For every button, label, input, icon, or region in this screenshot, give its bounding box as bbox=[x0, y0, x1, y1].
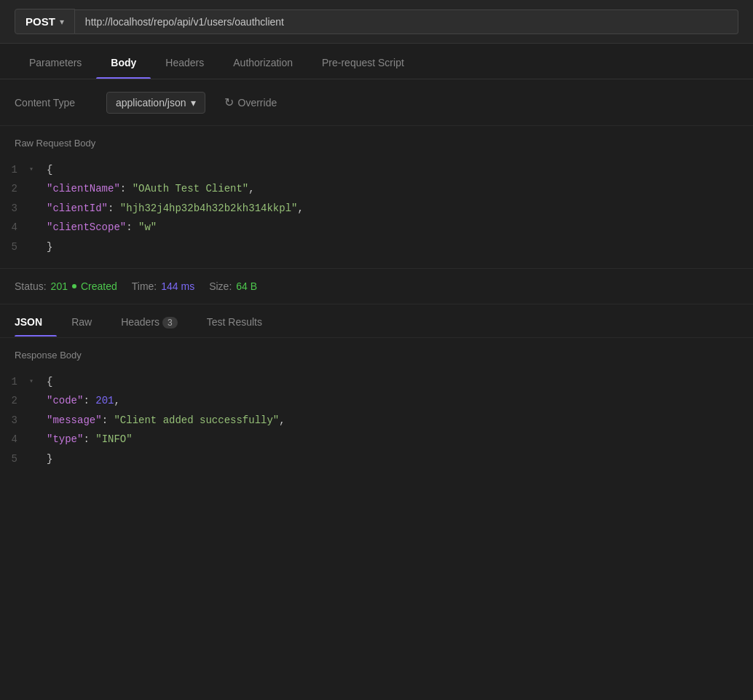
code-line: 5 } bbox=[0, 449, 753, 468]
line-number: 1 bbox=[0, 162, 29, 178]
status-bar: Status: 201 Created Time: 144 ms Size: 6… bbox=[0, 268, 753, 304]
size-value: 64 B bbox=[236, 280, 257, 292]
line-number: 5 bbox=[0, 451, 29, 467]
line-arrow-icon bbox=[29, 219, 41, 221]
line-number: 4 bbox=[0, 431, 29, 447]
method-selector[interactable]: POST ▾ bbox=[15, 9, 75, 34]
override-label: Override bbox=[238, 97, 277, 109]
request-tabs: Parameters Body Headers Authorization Pr… bbox=[0, 44, 753, 79]
line-number: 5 bbox=[0, 239, 29, 255]
code-line: 2 "clientName": "OAuth Test Client", bbox=[0, 179, 753, 198]
line-arrow-icon bbox=[29, 181, 41, 183]
time-value: 144 ms bbox=[161, 280, 194, 292]
response-tab-label: Headers bbox=[121, 316, 159, 328]
line-number: 3 bbox=[0, 412, 29, 428]
line-content: "type": "INFO" bbox=[41, 431, 753, 447]
line-number: 3 bbox=[0, 200, 29, 216]
code-line: 1 ▾ { bbox=[0, 372, 753, 391]
response-tab-headers[interactable]: Headers3 bbox=[121, 304, 192, 337]
line-content: "code": 201, bbox=[41, 393, 753, 409]
line-arrow-icon: ▾ bbox=[29, 162, 41, 176]
line-arrow-icon bbox=[29, 451, 41, 453]
line-content: "message": "Client added successfully", bbox=[41, 412, 753, 428]
line-number: 2 bbox=[0, 393, 29, 409]
response-tab-json[interactable]: JSON bbox=[15, 304, 57, 337]
tab-headers[interactable]: Headers bbox=[151, 44, 218, 79]
response-tabs: JSONRawHeaders3Test Results bbox=[0, 304, 753, 338]
status-text: Created bbox=[81, 280, 117, 292]
line-content: { bbox=[41, 162, 753, 178]
url-input[interactable] bbox=[75, 9, 738, 34]
status-label: Status: bbox=[15, 280, 47, 292]
refresh-icon: ↻ bbox=[224, 95, 234, 109]
code-line: 4 "type": "INFO" bbox=[0, 430, 753, 449]
tab-badge: 3 bbox=[162, 317, 178, 329]
response-tab-test-results[interactable]: Test Results bbox=[207, 304, 277, 337]
line-arrow-icon bbox=[29, 239, 41, 241]
line-arrow-icon: ▾ bbox=[29, 374, 41, 388]
response-body-editor: 1 ▾ { 2 "code": 201, 3 "message": "Clien… bbox=[0, 366, 753, 480]
code-line: 2 "code": 201, bbox=[0, 391, 753, 410]
status-dot-icon bbox=[72, 284, 76, 288]
response-tab-label: JSON bbox=[15, 316, 42, 328]
line-content: } bbox=[41, 239, 753, 255]
code-line: 1 ▾ { bbox=[0, 160, 753, 179]
tab-body[interactable]: Body bbox=[96, 44, 151, 79]
line-content: } bbox=[41, 451, 753, 467]
line-content: "clientScope": "w" bbox=[41, 219, 753, 235]
status-item: Status: 201 Created bbox=[15, 280, 117, 292]
request-body-editor[interactable]: 1 ▾ { 2 "clientName": "OAuth Test Client… bbox=[0, 154, 753, 268]
line-content: "clientId": "hjh32j4hp32b4h32b2kh314kkpl… bbox=[41, 200, 753, 216]
content-type-chevron-icon: ▾ bbox=[191, 97, 196, 109]
content-type-select[interactable]: application/json ▾ bbox=[106, 92, 205, 114]
line-number: 4 bbox=[0, 219, 29, 235]
line-number: 2 bbox=[0, 181, 29, 197]
code-line: 5 } bbox=[0, 237, 753, 256]
line-number: 1 bbox=[0, 374, 29, 390]
content-type-value: application/json bbox=[116, 97, 186, 109]
size-item: Size: 64 B bbox=[209, 280, 257, 292]
time-label: Time: bbox=[132, 280, 157, 292]
response-tab-label: Raw bbox=[71, 316, 92, 328]
url-bar: POST ▾ bbox=[0, 0, 753, 44]
line-content: "clientName": "OAuth Test Client", bbox=[41, 181, 753, 197]
response-tab-raw[interactable]: Raw bbox=[71, 304, 106, 337]
time-item: Time: 144 ms bbox=[132, 280, 194, 292]
line-arrow-icon bbox=[29, 393, 41, 395]
line-arrow-icon bbox=[29, 431, 41, 433]
size-label: Size: bbox=[209, 280, 232, 292]
status-code: 201 bbox=[51, 280, 68, 292]
tab-pre-request-script[interactable]: Pre-request Script bbox=[307, 44, 419, 79]
method-label: POST bbox=[25, 15, 55, 28]
raw-request-label: Raw Request Body bbox=[0, 126, 753, 154]
response-body-label: Response Body bbox=[0, 338, 753, 366]
method-chevron-icon: ▾ bbox=[60, 17, 64, 27]
content-type-row: Content Type application/json ▾ ↻ Overri… bbox=[0, 79, 753, 126]
response-tab-label: Test Results bbox=[207, 316, 262, 328]
code-line: 3 "clientId": "hjh32j4hp32b4h32b2kh314kk… bbox=[0, 199, 753, 218]
line-arrow-icon bbox=[29, 200, 41, 202]
tab-parameters[interactable]: Parameters bbox=[15, 44, 96, 79]
line-content: { bbox=[41, 374, 753, 390]
code-line: 4 "clientScope": "w" bbox=[0, 218, 753, 237]
line-arrow-icon bbox=[29, 412, 41, 414]
tab-authorization[interactable]: Authorization bbox=[218, 44, 307, 79]
override-button[interactable]: ↻ Override bbox=[217, 91, 285, 114]
content-type-label: Content Type bbox=[15, 97, 95, 109]
code-line: 3 "message": "Client added successfully"… bbox=[0, 411, 753, 430]
